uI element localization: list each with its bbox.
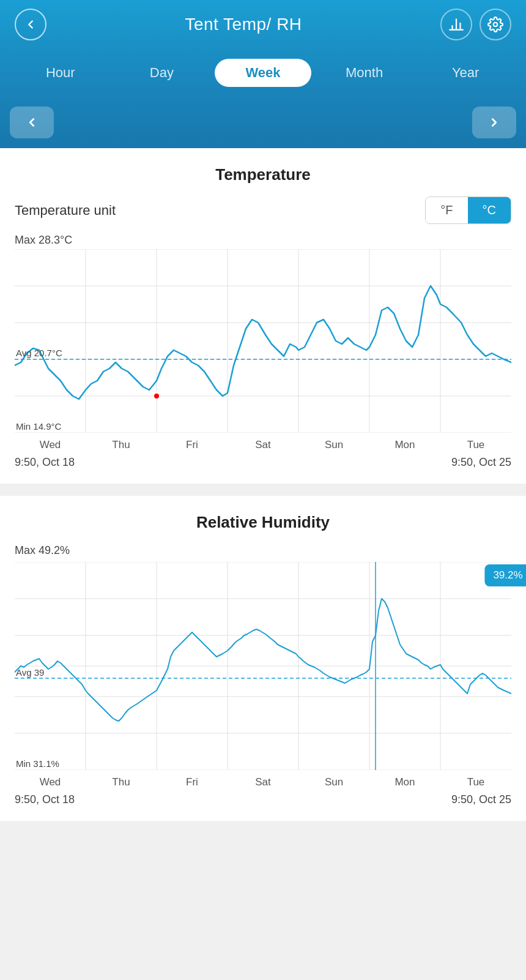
humidity-time-end: 9:50, Oct 25 bbox=[451, 793, 511, 806]
hx-label-sat: Sat bbox=[228, 776, 298, 788]
nav-arrows bbox=[0, 99, 526, 148]
svg-point-18 bbox=[154, 394, 159, 398]
tab-bar: Hour Day Week Month Year bbox=[0, 49, 526, 99]
header: Tent Temp/ RH bbox=[0, 0, 526, 49]
x-label-fri: Fri bbox=[157, 439, 228, 451]
humidity-chart: Max 49.2% 39.2% 19:23, 10/23/2022 bbox=[15, 544, 511, 806]
x-label-sun: Sun bbox=[298, 439, 369, 451]
hx-label-mon: Mon bbox=[369, 776, 440, 788]
humidity-svg: Avg 39 Min 31.1% bbox=[15, 562, 511, 770]
temperature-svg: Avg 20.7°C Min 14.9°C bbox=[15, 249, 511, 433]
x-label-sat: Sat bbox=[228, 439, 298, 451]
humidity-max-label: Max 49.2% bbox=[15, 544, 70, 557]
humidity-time-start: 9:50, Oct 18 bbox=[15, 793, 75, 806]
hx-label-sun: Sun bbox=[298, 776, 369, 788]
humidity-x-labels: Wed Thu Fri Sat Sun Mon Tue bbox=[15, 772, 511, 788]
tab-hour[interactable]: Hour bbox=[12, 59, 109, 87]
tab-day[interactable]: Day bbox=[114, 59, 210, 87]
tab-week[interactable]: Week bbox=[215, 59, 311, 87]
unit-f-button[interactable]: °F bbox=[426, 197, 467, 223]
unit-c-button[interactable]: °C bbox=[468, 197, 511, 223]
unit-label: Temperature unit bbox=[15, 203, 116, 219]
x-label-mon: Mon bbox=[369, 439, 440, 451]
svg-point-4 bbox=[494, 23, 498, 27]
temp-time-end: 9:50, Oct 25 bbox=[451, 456, 511, 469]
unit-toggle: °F °C bbox=[425, 196, 511, 224]
temp-x-labels: Wed Thu Fri Sat Sun Mon Tue bbox=[15, 435, 511, 451]
prev-button[interactable] bbox=[10, 107, 54, 138]
temperature-chart: Max 28.3°C bbox=[15, 234, 511, 469]
unit-row: Temperature unit °F °C bbox=[15, 196, 511, 224]
header-icons bbox=[440, 9, 511, 40]
temperature-section: Temperature Temperature unit °F °C Max 2… bbox=[0, 148, 526, 484]
tab-year[interactable]: Year bbox=[417, 59, 514, 87]
svg-text:Min 14.9°C: Min 14.9°C bbox=[16, 421, 62, 432]
hx-label-wed: Wed bbox=[15, 776, 86, 788]
x-label-thu: Thu bbox=[86, 439, 157, 451]
chart-icon-button[interactable] bbox=[440, 9, 472, 40]
svg-text:Min 31.1%: Min 31.1% bbox=[16, 758, 59, 769]
settings-icon-button[interactable] bbox=[480, 9, 511, 40]
humidity-svg-container: Avg 39 Min 31.1% bbox=[15, 562, 511, 772]
next-button[interactable] bbox=[472, 107, 516, 138]
temp-svg-container: Avg 20.7°C Min 14.9°C bbox=[15, 249, 511, 435]
page-title: Tent Temp/ RH bbox=[185, 15, 302, 34]
humidity-title: Relative Humidity bbox=[15, 513, 511, 532]
temp-time-start: 9:50, Oct 18 bbox=[15, 456, 75, 469]
hx-label-thu: Thu bbox=[86, 776, 157, 788]
svg-text:Avg 39: Avg 39 bbox=[16, 667, 44, 678]
humidity-section: Relative Humidity Max 49.2% 39.2% 19:23,… bbox=[0, 496, 526, 821]
hx-label-fri: Fri bbox=[157, 776, 228, 788]
x-label-wed: Wed bbox=[15, 439, 86, 451]
temp-max-label: Max 28.3°C bbox=[15, 234, 511, 247]
back-button[interactable] bbox=[15, 9, 46, 40]
humidity-time-row: 9:50, Oct 18 9:50, Oct 25 bbox=[15, 793, 511, 806]
tab-month[interactable]: Month bbox=[316, 59, 413, 87]
svg-text:Avg 20.7°C: Avg 20.7°C bbox=[16, 348, 62, 358]
temp-time-row: 9:50, Oct 18 9:50, Oct 25 bbox=[15, 456, 511, 469]
hx-label-tue: Tue bbox=[440, 776, 511, 788]
x-label-tue: Tue bbox=[440, 439, 511, 451]
temperature-title: Temperature bbox=[15, 165, 511, 184]
